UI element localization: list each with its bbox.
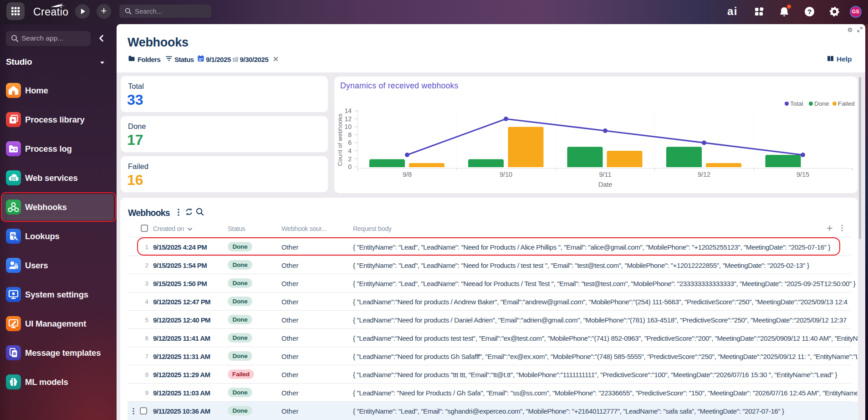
svg-text:Count of webhooks: Count of webhooks bbox=[337, 113, 343, 166]
svg-text:Date: Date bbox=[598, 181, 613, 188]
svg-text:{0}: {0} bbox=[11, 176, 16, 181]
svg-text:10: 10 bbox=[344, 123, 352, 130]
svg-text:9/11: 9/11 bbox=[599, 171, 611, 178]
svg-text:9/15: 9/15 bbox=[797, 171, 809, 178]
svg-text:0: 0 bbox=[348, 163, 352, 170]
svg-text:14: 14 bbox=[344, 107, 352, 114]
svg-text:12: 12 bbox=[344, 115, 352, 123]
svg-text:8: 8 bbox=[348, 131, 352, 138]
svg-text:2: 2 bbox=[348, 155, 352, 163]
svg-text:9/12: 9/12 bbox=[698, 171, 710, 178]
svg-text:9/8: 9/8 bbox=[403, 171, 412, 178]
svg-text:4: 4 bbox=[348, 147, 352, 154]
svg-text:9/10: 9/10 bbox=[500, 171, 512, 178]
svg-text:6: 6 bbox=[348, 139, 352, 146]
